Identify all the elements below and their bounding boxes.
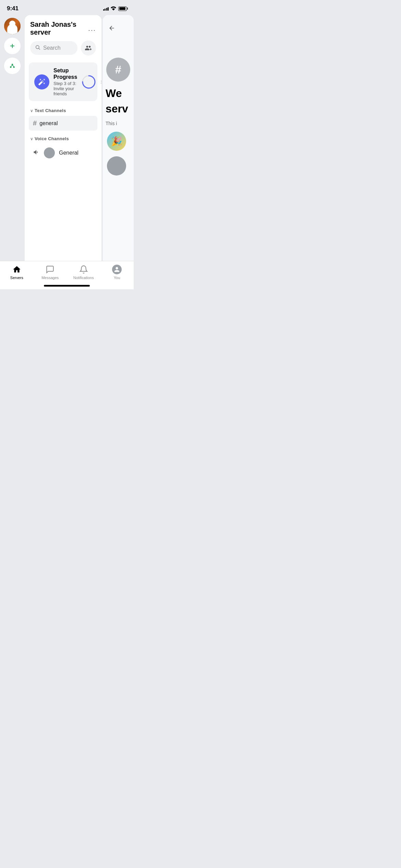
tab-notifications[interactable]: Notifications xyxy=(72,265,96,280)
channel-name-general: general xyxy=(39,120,58,126)
setup-magic-icon xyxy=(34,74,49,89)
text-channels-section: ∨ Text Channels # general xyxy=(29,105,97,131)
servers-tab-icon xyxy=(12,265,22,274)
server-avatar-sarah[interactable] xyxy=(4,18,21,34)
servers-tab-label: Servers xyxy=(10,276,23,280)
status-icons xyxy=(103,6,127,11)
invite-button[interactable] xyxy=(81,40,96,56)
tab-messages[interactable]: Messages xyxy=(38,265,62,280)
messages-tab-label: Messages xyxy=(41,276,59,280)
battery-icon xyxy=(118,7,127,11)
right-panel: # We serv This i 🎉 xyxy=(103,15,134,261)
right-hash-symbol: # xyxy=(115,63,121,76)
signal-icon xyxy=(103,7,109,11)
channel-header: Sarah Jonas's server ... Search xyxy=(25,15,101,60)
search-row: Search xyxy=(30,40,96,56)
svg-point-2 xyxy=(12,64,13,65)
wifi-icon xyxy=(111,6,116,11)
setup-progress-ring xyxy=(81,74,96,89)
channel-item-general-voice[interactable]: General xyxy=(29,144,97,162)
svg-point-7 xyxy=(36,46,39,49)
voice-channels-header[interactable]: ∨ Voice Channels xyxy=(29,133,97,144)
tab-you[interactable]: You xyxy=(105,265,129,280)
speaker-icon xyxy=(33,149,40,157)
channel-item-general-text[interactable]: # general xyxy=(29,116,97,131)
hash-icon: # xyxy=(33,119,37,127)
home-indicator xyxy=(44,285,90,287)
you-tab-icon xyxy=(112,265,122,274)
voice-channels-chevron-icon: ∨ xyxy=(30,136,33,141)
right-server-text: serv xyxy=(106,103,128,115)
channel-list: ∨ Text Channels # general ∨ Voice Channe… xyxy=(25,105,101,261)
search-placeholder: Search xyxy=(43,45,61,51)
right-description: This i xyxy=(106,121,117,126)
channel-name-general-voice: General xyxy=(59,150,78,156)
svg-point-4 xyxy=(13,66,15,68)
text-channels-title: Text Channels xyxy=(35,108,66,113)
right-welcome-text: We xyxy=(106,87,122,100)
notifications-tab-icon xyxy=(79,265,88,274)
svg-point-3 xyxy=(10,66,12,68)
channel-panel: Sarah Jonas's server ... Search xyxy=(25,15,101,261)
messages-tab-icon xyxy=(45,265,55,274)
svg-line-8 xyxy=(39,48,40,50)
svg-line-5 xyxy=(11,65,12,67)
right-content: # We serv This i 🎉 xyxy=(103,37,134,261)
setup-chevron-icon[interactable]: › xyxy=(100,78,101,85)
right-user-avatar xyxy=(107,156,126,176)
right-emoji-circle: 🎉 xyxy=(107,132,126,151)
server-title-row: Sarah Jonas's server ... xyxy=(30,21,96,36)
status-time: 9:41 xyxy=(7,5,19,12)
main-layout: Sarah Jonas's server ... Search xyxy=(0,15,134,261)
status-bar: 9:41 xyxy=(0,0,134,15)
text-channels-chevron-icon: ∨ xyxy=(30,108,33,113)
search-bar[interactable]: Search xyxy=(30,41,77,55)
back-button[interactable] xyxy=(103,21,134,37)
browse-servers-button[interactable] xyxy=(4,58,21,74)
tab-servers[interactable]: Servers xyxy=(5,265,29,280)
setup-title: Setup Progress xyxy=(53,67,77,80)
text-channels-header[interactable]: ∨ Text Channels xyxy=(29,105,97,116)
server-title: Sarah Jonas's server xyxy=(30,21,88,36)
search-icon xyxy=(35,45,40,51)
svg-line-6 xyxy=(12,65,14,67)
you-tab-label: You xyxy=(114,276,120,280)
voice-channels-section: ∨ Voice Channels General xyxy=(29,133,97,162)
voice-channels-title: Voice Channels xyxy=(35,136,69,141)
add-server-button[interactable] xyxy=(4,38,21,54)
setup-subtitle: Step 3 of 3: Invite your friends xyxy=(53,81,77,96)
setup-progress-card[interactable]: Setup Progress Step 3 of 3: Invite your … xyxy=(29,62,97,101)
right-channel-icon: # xyxy=(106,58,130,82)
notifications-tab-label: Notifications xyxy=(73,276,94,280)
setup-info: Setup Progress Step 3 of 3: Invite your … xyxy=(53,67,77,96)
servers-sidebar xyxy=(0,15,25,261)
more-options-button[interactable]: ... xyxy=(88,25,96,33)
